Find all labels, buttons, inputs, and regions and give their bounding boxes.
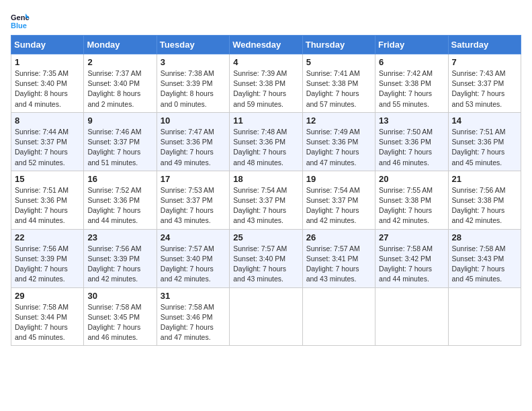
calendar-cell: 2 Sunrise: 7:37 AMSunset: 3:40 PMDayligh… [84,54,157,113]
day-number: 18 [233,174,298,184]
calendar-cell: 12 Sunrise: 7:49 AMSunset: 3:36 PMDaylig… [302,112,375,171]
day-number: 16 [87,174,152,184]
cell-info: Sunrise: 7:58 AMSunset: 3:44 PMDaylight:… [15,302,80,343]
cell-info: Sunrise: 7:55 AMSunset: 3:38 PMDaylight:… [379,185,444,226]
calendar-cell: 17 Sunrise: 7:53 AMSunset: 3:37 PMDaylig… [157,171,229,229]
calendar-cell [302,287,375,346]
day-number: 29 [15,291,80,301]
page-header: General Blue [11,11,521,30]
cell-info: Sunrise: 7:53 AMSunset: 3:37 PMDaylight:… [161,185,226,226]
cell-info: Sunrise: 7:37 AMSunset: 3:40 PMDaylight:… [87,68,152,109]
day-number: 13 [379,116,444,126]
cell-info: Sunrise: 7:47 AMSunset: 3:36 PMDaylight:… [161,127,226,168]
day-number: 31 [161,291,226,301]
cell-info: Sunrise: 7:56 AMSunset: 3:39 PMDaylight:… [15,244,80,285]
day-number: 4 [233,57,298,67]
cell-info: Sunrise: 7:44 AMSunset: 3:37 PMDaylight:… [15,127,80,168]
calendar-cell: 4 Sunrise: 7:39 AMSunset: 3:38 PMDayligh… [230,54,302,113]
cell-info: Sunrise: 7:58 AMSunset: 3:43 PMDaylight:… [452,244,517,285]
day-number: 19 [306,174,371,184]
day-number: 28 [452,232,517,242]
cell-info: Sunrise: 7:43 AMSunset: 3:37 PMDaylight:… [452,68,517,109]
logo-icon: General Blue [11,11,30,30]
calendar-cell: 14 Sunrise: 7:51 AMSunset: 3:36 PMDaylig… [448,112,521,171]
calendar-cell: 11 Sunrise: 7:48 AMSunset: 3:36 PMDaylig… [230,112,302,171]
day-number: 1 [15,57,80,67]
week-row-3: 15 Sunrise: 7:51 AMSunset: 3:36 PMDaylig… [11,171,521,229]
day-number: 12 [306,116,371,126]
day-number: 2 [87,57,152,67]
day-number: 10 [161,116,226,126]
cell-info: Sunrise: 7:58 AMSunset: 3:45 PMDaylight:… [87,302,152,343]
day-number: 9 [87,116,152,126]
cell-info: Sunrise: 7:57 AMSunset: 3:41 PMDaylight:… [306,244,371,285]
day-number: 17 [161,174,226,184]
cell-info: Sunrise: 7:51 AMSunset: 3:36 PMDaylight:… [452,127,517,168]
day-number: 6 [379,57,444,67]
calendar-cell: 5 Sunrise: 7:41 AMSunset: 3:38 PMDayligh… [302,54,375,113]
day-number: 22 [15,232,80,242]
calendar-cell: 22 Sunrise: 7:56 AMSunset: 3:39 PMDaylig… [11,229,84,287]
calendar-cell: 29 Sunrise: 7:58 AMSunset: 3:44 PMDaylig… [11,287,84,346]
day-header-saturday: Saturday [448,36,521,54]
calendar-cell: 19 Sunrise: 7:54 AMSunset: 3:37 PMDaylig… [302,171,375,229]
calendar-cell: 16 Sunrise: 7:52 AMSunset: 3:36 PMDaylig… [84,171,157,229]
calendar-cell: 23 Sunrise: 7:56 AMSunset: 3:39 PMDaylig… [84,229,157,287]
day-number: 24 [161,232,226,242]
cell-info: Sunrise: 7:38 AMSunset: 3:39 PMDaylight:… [161,68,226,109]
cell-info: Sunrise: 7:46 AMSunset: 3:37 PMDaylight:… [87,127,152,168]
calendar-cell: 28 Sunrise: 7:58 AMSunset: 3:43 PMDaylig… [448,229,521,287]
week-row-4: 22 Sunrise: 7:56 AMSunset: 3:39 PMDaylig… [11,229,521,287]
calendar-header-row: SundayMondayTuesdayWednesdayThursdayFrid… [11,36,521,54]
calendar-cell [448,287,521,346]
cell-info: Sunrise: 7:51 AMSunset: 3:36 PMDaylight:… [15,185,80,226]
cell-info: Sunrise: 7:58 AMSunset: 3:46 PMDaylight:… [161,302,226,343]
cell-info: Sunrise: 7:56 AMSunset: 3:39 PMDaylight:… [87,244,152,285]
week-row-5: 29 Sunrise: 7:58 AMSunset: 3:44 PMDaylig… [11,287,521,346]
cell-info: Sunrise: 7:56 AMSunset: 3:38 PMDaylight:… [452,185,517,226]
calendar-cell: 26 Sunrise: 7:57 AMSunset: 3:41 PMDaylig… [302,229,375,287]
cell-info: Sunrise: 7:52 AMSunset: 3:36 PMDaylight:… [87,185,152,226]
calendar-cell: 21 Sunrise: 7:56 AMSunset: 3:38 PMDaylig… [448,171,521,229]
cell-info: Sunrise: 7:49 AMSunset: 3:36 PMDaylight:… [306,127,371,168]
day-header-sunday: Sunday [11,36,84,54]
cell-info: Sunrise: 7:57 AMSunset: 3:40 PMDaylight:… [161,244,226,285]
day-number: 26 [306,232,371,242]
week-row-1: 1 Sunrise: 7:35 AMSunset: 3:40 PMDayligh… [11,54,521,113]
day-number: 27 [379,232,444,242]
calendar-cell: 31 Sunrise: 7:58 AMSunset: 3:46 PMDaylig… [157,287,229,346]
calendar-cell: 10 Sunrise: 7:47 AMSunset: 3:36 PMDaylig… [157,112,229,171]
day-number: 23 [87,232,152,242]
calendar-cell: 30 Sunrise: 7:58 AMSunset: 3:45 PMDaylig… [84,287,157,346]
day-number: 20 [379,174,444,184]
day-number: 5 [306,57,371,67]
day-header-friday: Friday [375,36,448,54]
calendar-cell: 9 Sunrise: 7:46 AMSunset: 3:37 PMDayligh… [84,112,157,171]
calendar-table: SundayMondayTuesdayWednesdayThursdayFrid… [11,35,521,346]
cell-info: Sunrise: 7:57 AMSunset: 3:40 PMDaylight:… [233,244,298,285]
day-number: 14 [452,116,517,126]
day-number: 3 [161,57,226,67]
calendar-cell [375,287,448,346]
calendar-cell: 3 Sunrise: 7:38 AMSunset: 3:39 PMDayligh… [157,54,229,113]
day-header-monday: Monday [84,36,157,54]
calendar-cell: 25 Sunrise: 7:57 AMSunset: 3:40 PMDaylig… [230,229,302,287]
day-number: 30 [87,291,152,301]
logo: General Blue [11,11,32,30]
calendar-cell: 8 Sunrise: 7:44 AMSunset: 3:37 PMDayligh… [11,112,84,171]
calendar-cell: 20 Sunrise: 7:55 AMSunset: 3:38 PMDaylig… [375,171,448,229]
calendar-cell: 15 Sunrise: 7:51 AMSunset: 3:36 PMDaylig… [11,171,84,229]
svg-text:Blue: Blue [11,21,27,30]
calendar-cell: 7 Sunrise: 7:43 AMSunset: 3:37 PMDayligh… [448,54,521,113]
cell-info: Sunrise: 7:58 AMSunset: 3:42 PMDaylight:… [379,244,444,285]
week-row-2: 8 Sunrise: 7:44 AMSunset: 3:37 PMDayligh… [11,112,521,171]
cell-info: Sunrise: 7:48 AMSunset: 3:36 PMDaylight:… [233,127,298,168]
calendar-cell: 6 Sunrise: 7:42 AMSunset: 3:38 PMDayligh… [375,54,448,113]
day-number: 15 [15,174,80,184]
calendar-cell: 18 Sunrise: 7:54 AMSunset: 3:37 PMDaylig… [230,171,302,229]
cell-info: Sunrise: 7:41 AMSunset: 3:38 PMDaylight:… [306,68,371,109]
cell-info: Sunrise: 7:35 AMSunset: 3:40 PMDaylight:… [15,68,80,109]
calendar-cell: 24 Sunrise: 7:57 AMSunset: 3:40 PMDaylig… [157,229,229,287]
day-number: 8 [15,116,80,126]
day-number: 21 [452,174,517,184]
